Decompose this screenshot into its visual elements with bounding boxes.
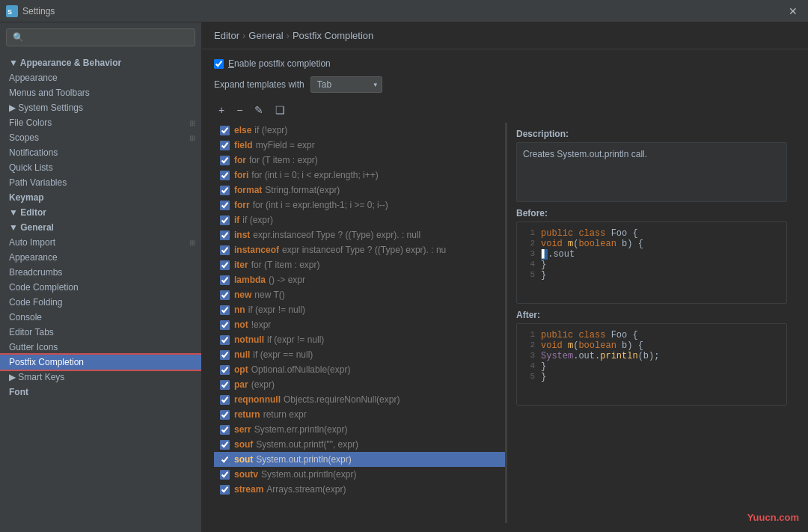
template-item[interactable]: instanceofexpr instanceof Type ? ((Type)… [214,242,505,257]
expand-dropdown[interactable]: Tab Enter Tab or Enter [310,76,382,93]
template-checkbox[interactable] [220,350,230,360]
template-item[interactable]: newnew T() [214,287,505,302]
sidebar-item-breadcrumbs[interactable]: Breadcrumbs [0,265,201,280]
sidebar-item-postfix-completion[interactable]: Postfix Completion [0,355,201,370]
template-checkbox[interactable] [220,380,230,390]
main-split: elseif (!expr)fieldmyField = exprforfor … [214,123,796,523]
template-item[interactable]: instexpr.instanceof Type ? ((Type) expr)… [214,227,505,242]
template-checkbox[interactable] [220,320,230,330]
template-name: notnull [234,334,264,345]
template-item[interactable]: formatString.format(expr) [214,183,505,198]
sidebar-item-appearance-behavior[interactable]: ▼ Appearance & Behavior [0,55,201,70]
sidebar-item-path-variables[interactable]: Path Variables [0,175,201,190]
template-checkbox[interactable] [220,260,230,270]
sidebar-item-scopes[interactable]: Scopes ⊞ [0,130,201,145]
template-desc: Arrays.stream(expr) [266,484,346,495]
sidebar-item-label: Quick Lists [9,162,53,173]
template-item[interactable]: soutvSystem.out.println(expr) [214,467,505,482]
template-checkbox[interactable] [220,141,230,150]
template-item[interactable]: elseif (!expr) [214,123,505,138]
close-button[interactable]: ✕ [784,4,802,19]
template-checkbox[interactable] [220,201,230,210]
template-item[interactable]: iterfor (T item : expr) [214,257,505,272]
line-number: 5 [523,372,535,382]
code-token: } [541,260,546,270]
template-checkbox[interactable] [220,395,230,405]
template-item[interactable]: fieldmyField = expr [214,138,505,153]
template-checkbox[interactable] [220,126,230,135]
template-item[interactable]: soutSystem.out.println(expr) [214,452,505,467]
template-desc: (expr) [251,379,275,390]
sidebar-item-auto-import[interactable]: Auto Import ⊞ [0,235,201,250]
template-item[interactable]: ifif (expr) [214,213,505,227]
template-item[interactable]: lambda() -> expr [214,272,505,287]
template-item[interactable]: forifor (int i = 0; i < expr.length; i++… [214,168,505,183]
code-token: } [541,270,546,281]
template-checkbox[interactable] [220,365,230,375]
sidebar-item-editor-tabs[interactable]: Editor Tabs [0,325,201,340]
sidebar-item-smart-keys[interactable]: ▶ Smart Keys [0,370,201,385]
before-title: Before: [516,208,787,218]
sidebar-item-code-folding[interactable]: Code Folding [0,295,201,310]
sidebar-item-notifications[interactable]: Notifications [0,145,201,160]
sidebar-item-system-settings[interactable]: ▶ System Settings [0,100,201,115]
sidebar-tree: ▼ Appearance & Behavior Appearance Menus… [0,52,201,532]
template-item[interactable]: nnif (expr != null) [214,302,505,317]
remove-button[interactable]: − [232,102,247,118]
sidebar-item-appearance-editor[interactable]: Appearance [0,250,201,265]
sidebar-item-code-completion[interactable]: Code Completion [0,280,201,295]
template-checkbox[interactable] [220,440,230,450]
sidebar-item-appearance[interactable]: Appearance [0,70,201,85]
template-checkbox[interactable] [220,485,230,495]
sidebar-item-console[interactable]: Console [0,310,201,325]
line-number: 2 [523,340,535,351]
code-token: { [632,330,637,340]
template-checkbox[interactable] [220,410,230,420]
template-checkbox[interactable] [220,455,230,465]
template-item[interactable]: forfor (T item : expr) [214,153,505,168]
template-item[interactable]: serrSystem.err.println(expr) [214,422,505,437]
template-checkbox[interactable] [220,230,230,240]
code-line: 3 ▌.sout [523,249,780,260]
sidebar-item-quick-lists[interactable]: Quick Lists [0,160,201,175]
template-checkbox[interactable] [220,186,230,195]
template-item[interactable]: par(expr) [214,377,505,392]
sidebar-item-menus-toolbars[interactable]: Menus and Toolbars [0,85,201,100]
code-token: public [541,228,578,239]
sidebar-item-keymap[interactable]: Keymap [0,190,201,205]
sidebar-item-font[interactable]: Font [0,385,201,400]
sidebar-item-general[interactable]: ▼ General [0,220,201,235]
sidebar-item-label: File Colors [9,117,52,128]
code-token: ▌ [541,249,548,260]
template-checkbox[interactable] [220,335,230,345]
template-checkbox[interactable] [220,425,230,435]
template-checkbox[interactable] [220,275,230,285]
add-button[interactable]: + [214,102,229,118]
template-checkbox[interactable] [220,156,230,165]
template-item[interactable]: not!expr [214,317,505,332]
enable-postfix-checkbox[interactable] [214,59,224,69]
sidebar-item-editor[interactable]: ▼ Editor [0,205,201,220]
code-line: 4 } [523,361,780,372]
template-checkbox[interactable] [220,215,230,225]
sidebar-item-file-colors[interactable]: File Colors ⊞ [0,115,201,130]
code-line: 5} [523,270,780,281]
edit-button[interactable]: ✎ [250,102,268,118]
copy-button[interactable]: ❑ [271,102,290,118]
template-item[interactable]: soufSystem.out.printf("", expr) [214,437,505,452]
template-checkbox[interactable] [220,470,230,480]
template-checkbox[interactable] [220,305,230,315]
template-checkbox[interactable] [220,245,230,255]
template-item[interactable]: reqnonnullObjects.requireNonNull(expr) [214,392,505,407]
template-item[interactable]: notnullif (expr != null) [214,332,505,347]
template-checkbox[interactable] [220,290,230,300]
sidebar-item-gutter-icons[interactable]: Gutter Icons [0,340,201,355]
template-item[interactable]: optOptional.ofNullable(expr) [214,362,505,377]
template-item[interactable]: forrfor (int i = expr.length-1; i >= 0; … [214,198,505,213]
template-item[interactable]: streamArrays.stream(expr) [214,482,505,497]
template-name: nn [234,305,245,315]
template-item[interactable]: returnreturn expr [214,407,505,422]
search-input[interactable] [6,28,195,46]
template-checkbox[interactable] [220,171,230,180]
template-item[interactable]: nullif (expr == null) [214,347,505,362]
